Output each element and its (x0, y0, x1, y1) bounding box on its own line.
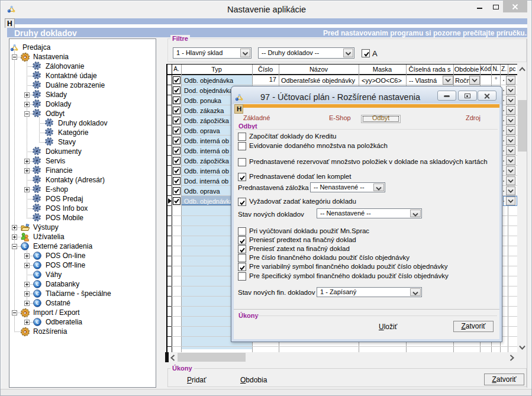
svg-text:€: € (36, 281, 38, 287)
svg-text:€: € (36, 262, 38, 268)
svg-text:€: € (36, 291, 38, 297)
svg-text:€: € (36, 272, 38, 278)
svg-text:€: € (36, 319, 38, 325)
svg-text:€: € (23, 243, 26, 249)
svg-text:€: € (36, 253, 38, 259)
svg-text:€: € (36, 300, 38, 306)
